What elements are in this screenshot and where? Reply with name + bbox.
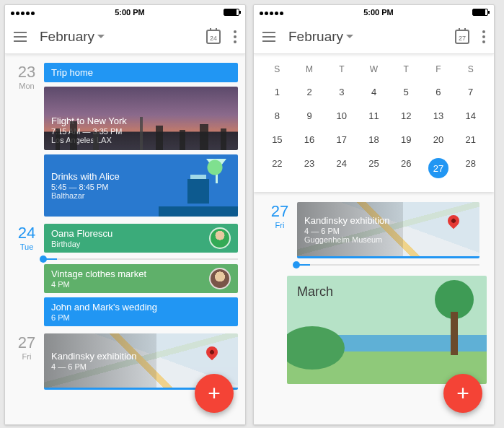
day-cell[interactable]: 2	[293, 80, 326, 104]
day-cell[interactable]: 13	[423, 104, 455, 128]
day-cell[interactable]: 6	[423, 80, 455, 104]
signal-dots-icon	[11, 8, 36, 17]
map-pin-icon	[204, 344, 221, 361]
day-cell[interactable]: 20	[423, 128, 455, 152]
event-chip-map[interactable]: Kandinsky exhibition 4 — 6 PM Guggenheim…	[297, 202, 479, 258]
month-picker[interactable]: February	[40, 29, 105, 45]
today-icon[interactable]: 27	[455, 30, 469, 44]
event-chip[interactable]: Trip home	[44, 63, 238, 82]
agenda-scroll[interactable]: 23 Mon Trip home Flight to New York 7:15…	[5, 54, 245, 424]
status-bar: 5:00 PM	[254, 5, 494, 19]
day-cell[interactable]: 10	[325, 104, 358, 128]
day-cell[interactable]: 26	[390, 152, 423, 185]
day-cell[interactable]: 3	[325, 80, 358, 104]
month-label: February	[40, 29, 94, 45]
now-indicator	[44, 258, 238, 260]
day-cell[interactable]: 19	[390, 128, 423, 152]
cocktail-icon	[206, 159, 226, 172]
date-label-today: 24 Tue	[9, 224, 44, 257]
day-cell[interactable]: 27	[423, 152, 455, 185]
month-grid: SMTWTFS 12345678910111213141516171819202…	[254, 54, 494, 192]
day-cell[interactable]: 16	[293, 128, 326, 152]
event-chip-flight[interactable]: Flight to New York 7:15 AM — 3:35 PM Los…	[44, 87, 238, 150]
avatar-icon	[209, 268, 231, 289]
now-indicator	[297, 264, 479, 266]
week-row: 891011121314	[261, 104, 487, 128]
day-cell[interactable]: 4	[358, 80, 390, 104]
day-cell[interactable]: 14	[454, 104, 487, 128]
overflow-menu-icon[interactable]	[234, 30, 236, 43]
app-bar: February 24	[5, 19, 245, 54]
menu-icon[interactable]	[14, 32, 27, 42]
date-label: 27 Fri	[9, 333, 44, 394]
avatar-icon	[209, 227, 231, 249]
day-cell[interactable]: 5	[390, 80, 423, 104]
day-row: 27 Fri Kandinsky exhibition 4 — 6 PM Gug…	[258, 199, 487, 263]
day-cell[interactable]: 25	[358, 152, 390, 185]
battery-icon	[472, 9, 488, 16]
month-banner-label: March	[297, 284, 333, 300]
week-row: 15161718192021	[261, 128, 487, 152]
day-cell[interactable]: 18	[358, 128, 390, 152]
event-chip-birthday[interactable]: Oana Florescu Birthday	[44, 224, 238, 253]
event-chip-drinks[interactable]: Drinks with Alice 5:45 — 8:45 PM Balthaz…	[44, 154, 238, 217]
fab-add-button[interactable]: +	[443, 374, 482, 413]
month-label: February	[288, 29, 343, 45]
week-row: 1234567	[261, 80, 487, 104]
day-row: Vintage clothes market 4 PM John and Mar…	[5, 264, 245, 331]
status-time: 5:00 PM	[363, 8, 394, 17]
today-icon[interactable]: 24	[206, 30, 221, 44]
map-pin-icon	[446, 213, 462, 230]
date-label: 27 Fri	[262, 202, 297, 263]
day-cell[interactable]: 23	[293, 152, 326, 185]
day-cell[interactable]: 9	[293, 104, 326, 128]
month-header-banner: March	[287, 276, 487, 384]
event-chip[interactable]: John and Mark's wedding 6 PM	[44, 297, 238, 326]
month-scroll[interactable]: SMTWTFS 12345678910111213141516171819202…	[254, 54, 494, 424]
status-time: 5:00 PM	[115, 8, 145, 17]
day-cell[interactable]: 17	[325, 128, 358, 152]
chevron-down-icon	[97, 35, 105, 39]
day-cell[interactable]: 22	[261, 152, 293, 185]
menu-icon[interactable]	[262, 32, 275, 42]
fab-add-button[interactable]: +	[195, 374, 234, 413]
overflow-menu-icon[interactable]	[482, 30, 485, 43]
day-cell[interactable]: 12	[390, 104, 423, 128]
day-cell[interactable]: 8	[261, 104, 293, 128]
date-label: 23 Mon	[9, 63, 44, 221]
phone-month-view: 5:00 PM February 27 SMTWTFS 123456789101…	[253, 4, 495, 425]
month-picker[interactable]: February	[288, 29, 353, 45]
chevron-down-icon	[346, 35, 353, 39]
battery-icon	[224, 9, 239, 16]
day-cell[interactable]: 21	[454, 128, 487, 152]
day-cell[interactable]: 15	[261, 128, 293, 152]
day-cell[interactable]: 7	[454, 80, 487, 104]
weekday-header: SMTWTFS	[261, 58, 487, 80]
day-cell[interactable]: 11	[358, 104, 390, 128]
day-row: 23 Mon Trip home Flight to New York 7:15…	[5, 60, 245, 221]
day-row: 24 Tue Oana Florescu Birthday	[5, 221, 245, 257]
day-cell[interactable]: 24	[325, 152, 358, 185]
week-row: 22232425262728	[261, 152, 487, 185]
phone-agenda-view: 5:00 PM February 24 23 Mon Trip home	[4, 4, 246, 425]
day-cell[interactable]: 28	[454, 152, 487, 185]
signal-dots-icon	[260, 8, 285, 17]
event-chip[interactable]: Vintage clothes market 4 PM	[44, 264, 238, 293]
status-bar: 5:00 PM	[5, 5, 245, 19]
app-bar: February 27	[254, 19, 494, 54]
day-cell[interactable]: 1	[261, 80, 293, 104]
